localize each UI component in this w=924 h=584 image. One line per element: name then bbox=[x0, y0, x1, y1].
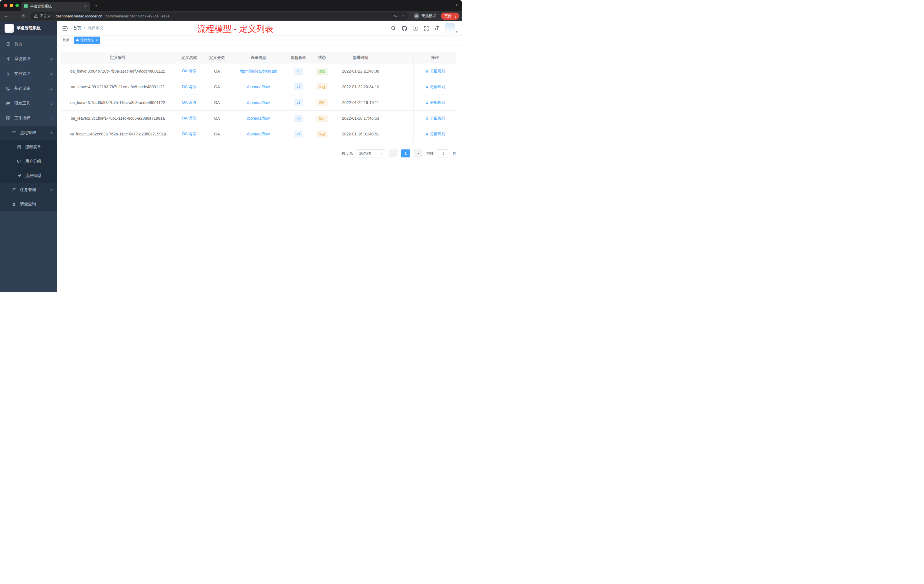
sidebar-item-label: 流程管理 bbox=[20, 130, 36, 135]
definition-name-link[interactable]: OA 请假 bbox=[182, 132, 196, 137]
prev-page-button[interactable]: ‹ bbox=[389, 149, 398, 157]
cell-form: /bpm/oa/flow bbox=[231, 132, 286, 136]
help-icon[interactable]: ? bbox=[413, 26, 418, 31]
chevron-up-icon: ∧ bbox=[50, 117, 53, 120]
cell-name: OA 请假 bbox=[175, 132, 203, 137]
new-tab-button[interactable]: ＋ bbox=[94, 2, 99, 9]
status-badge: 挂起 bbox=[316, 115, 328, 122]
main-area: 首页 / 流程定义 流程模型 - 定义列表 ? TT ▾ bbox=[57, 21, 462, 292]
sidebar-item-process-model[interactable]: 流程模型 bbox=[0, 168, 57, 183]
font-size-icon[interactable]: TT bbox=[435, 26, 439, 31]
url-host: dashboard.yudao.iocoder.cn bbox=[56, 14, 102, 18]
col-ops: 操作 bbox=[413, 52, 456, 63]
col-status: 状态 bbox=[310, 55, 333, 60]
assign-rule-button[interactable]: 分配规则 bbox=[425, 69, 445, 74]
assign-rule-button[interactable]: 分配规则 bbox=[425, 100, 445, 105]
user-menu[interactable]: ▾ bbox=[445, 23, 457, 33]
incognito-icon bbox=[414, 13, 419, 19]
cell-id: oa_leave:5:004b710b-7b8a-11ec-8ef0-acde4… bbox=[61, 69, 175, 73]
definition-name-link[interactable]: OA 请假 bbox=[182, 116, 196, 121]
sidebar-item-infrastructure[interactable]: 基础设施 ∨ bbox=[0, 81, 57, 96]
back-icon[interactable]: ← bbox=[3, 13, 10, 18]
forward-icon[interactable]: → bbox=[12, 13, 19, 18]
navbar: 首页 / 流程定义 流程模型 - 定义列表 ? TT ▾ bbox=[57, 21, 462, 35]
zoom-window-button[interactable] bbox=[15, 4, 19, 7]
reload-icon[interactable]: ↻ bbox=[20, 13, 27, 19]
sidebar-item-devtools[interactable]: 研发工具 ∨ bbox=[0, 96, 57, 111]
github-icon[interactable] bbox=[402, 26, 407, 31]
tags-view: 首页 流程定义 × bbox=[57, 35, 462, 45]
sidebar-item-workflow[interactable]: 工作流程 ∧ bbox=[0, 111, 57, 126]
sidebar-item-system[interactable]: 系统管理 ∨ bbox=[0, 51, 57, 66]
form-link[interactable]: /bpm/oa/flow bbox=[247, 84, 270, 89]
tab-search-caret-icon[interactable]: ∨ bbox=[455, 3, 458, 7]
list-icon bbox=[12, 130, 16, 135]
avatar[interactable] bbox=[445, 23, 455, 33]
sidebar-item-home[interactable]: 首页 bbox=[0, 36, 57, 51]
hamburger-icon[interactable] bbox=[62, 25, 68, 31]
form-link[interactable]: /bpm/oa/flow bbox=[247, 100, 270, 105]
cell-ops: 分配规则 bbox=[413, 111, 456, 126]
col-deploy-time: 部署时间 bbox=[333, 55, 388, 60]
col-name: 定义名称 bbox=[175, 55, 203, 60]
version-badge: v5 bbox=[294, 68, 303, 74]
assign-rule-button[interactable]: 分配规则 bbox=[425, 116, 445, 121]
tag-close-icon[interactable]: × bbox=[96, 38, 98, 42]
status-badge: 挂起 bbox=[316, 99, 328, 106]
tag-home[interactable]: 首页 bbox=[60, 36, 72, 44]
form-link[interactable]: /bpm/oa/flow bbox=[247, 132, 270, 136]
goto-page-input[interactable] bbox=[437, 149, 449, 157]
sidebar-item-user-group[interactable]: 用户分组 bbox=[0, 154, 57, 168]
address-bar[interactable]: 不安全 dashboard.yudao.iocoder.cn/bpm/manag… bbox=[30, 12, 409, 20]
password-key-icon[interactable] bbox=[393, 14, 398, 18]
page-size-select[interactable]: 10条/页 ∨ bbox=[356, 149, 385, 157]
assign-rule-button[interactable]: 分配规则 bbox=[425, 84, 445, 89]
definition-name-link[interactable]: OA 请假 bbox=[182, 84, 196, 89]
form-link[interactable]: /bpm/oa/leave/create bbox=[240, 69, 277, 73]
cell-name: OA 请假 bbox=[175, 100, 203, 105]
close-window-button[interactable] bbox=[4, 4, 7, 7]
definition-name-link[interactable]: OA 请假 bbox=[182, 69, 196, 74]
cell-status: 激活 bbox=[310, 68, 333, 74]
pagination-total: 共 5 条 bbox=[342, 151, 353, 156]
page-1-button[interactable]: 1 bbox=[401, 149, 410, 157]
chevron-down-icon: ∨ bbox=[50, 87, 53, 91]
cell-id: oa_leave:2:3c1f0ef1-76b1-11ec-9c66-a2380… bbox=[61, 116, 175, 120]
page-content: 定义编号 定义名称 定义分类 表单信息 流程版本 状态 部署时间 操作 oa_l… bbox=[57, 45, 462, 292]
sidebar-logo[interactable]: 芋道管理系统 bbox=[0, 21, 57, 35]
sidebar-item-payment[interactable]: ¥ 支付管理 ∨ bbox=[0, 66, 57, 81]
cell-deploy-time: 2022-01-16 17:46:53 bbox=[333, 116, 388, 120]
grid-icon bbox=[6, 116, 11, 121]
briefcase-icon bbox=[6, 101, 11, 106]
assign-rule-button[interactable]: 分配规则 bbox=[425, 132, 445, 137]
search-icon[interactable] bbox=[391, 26, 396, 31]
next-page-button[interactable]: › bbox=[414, 149, 423, 157]
cell-version: v2 bbox=[286, 115, 310, 122]
chrome-update-button[interactable]: 更新 ⋮ bbox=[441, 13, 459, 20]
assign-rule-label: 分配规则 bbox=[430, 69, 445, 74]
cell-category: OA bbox=[203, 132, 231, 136]
browser-menu-kebab-icon[interactable]: ⋮ bbox=[454, 14, 457, 18]
sidebar-item-task-management[interactable]: 任务管理 ∨ bbox=[0, 183, 57, 197]
breadcrumb-home[interactable]: 首页 bbox=[73, 26, 81, 31]
definition-name-link[interactable]: OA 请假 bbox=[182, 100, 196, 105]
cell-category: OA bbox=[203, 69, 231, 73]
bookmark-star-icon[interactable]: ☆ bbox=[401, 14, 405, 18]
sidebar-item-leave-query[interactable]: 请假查询 bbox=[0, 197, 57, 211]
security-label[interactable]: 不安全 bbox=[40, 14, 51, 18]
tag-process-definition[interactable]: 流程定义 × bbox=[74, 36, 100, 44]
minimize-window-button[interactable] bbox=[10, 4, 13, 7]
sidebar-item-process-form[interactable]: 流程表单 bbox=[0, 140, 57, 154]
sidebar-item-label: 工作流程 bbox=[14, 116, 30, 121]
user-icon bbox=[425, 117, 429, 120]
browser-tab[interactable]: 芋道管理系统 ✕ bbox=[21, 2, 90, 11]
navbar-actions: ? TT ▾ bbox=[391, 23, 457, 33]
tab-close-icon[interactable]: ✕ bbox=[84, 4, 87, 8]
goto-label: 前往 bbox=[426, 151, 434, 156]
help-question-mark: ? bbox=[414, 26, 417, 30]
fullscreen-icon[interactable] bbox=[424, 26, 429, 31]
table-row: oa_leave:2:3c1f0ef1-76b1-11ec-9c66-a2380… bbox=[61, 111, 456, 126]
assign-rule-label: 分配规则 bbox=[430, 100, 445, 105]
form-link[interactable]: /bpm/oa/flow bbox=[247, 116, 270, 120]
sidebar-item-process-management[interactable]: 流程管理 ∧ bbox=[0, 126, 57, 140]
